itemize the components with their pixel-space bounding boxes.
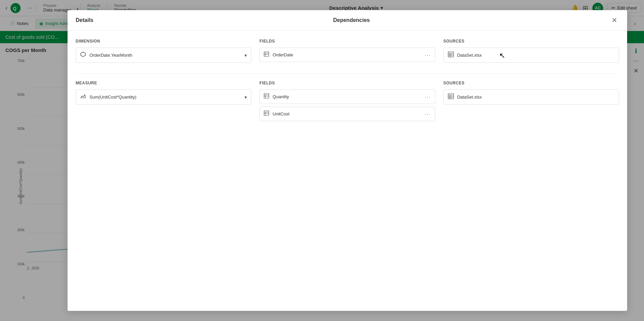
source-dataset-2-icon — [448, 93, 454, 101]
dimension-title: Dimension — [76, 39, 251, 44]
svg-rect-25 — [264, 111, 269, 115]
measure-row: Measure Sum(UnitCost*Quantity) ▾ — [76, 81, 619, 124]
field-unitcost-more-icon[interactable]: ··· — [425, 111, 431, 117]
svg-rect-21 — [264, 93, 269, 98]
source-dataset-2-label: DataSet.xlsx — [457, 95, 482, 100]
field-quantity-icon — [264, 93, 269, 100]
svg-rect-10 — [264, 52, 269, 56]
dimension-chevron-icon[interactable]: ▾ — [244, 53, 247, 58]
source-dataset-2-left: DataSet.xlsx — [448, 93, 482, 101]
dialog-title-dependencies: Dependencies — [93, 17, 610, 23]
dimension-item-label: OrderDate.YearMonth — [89, 53, 132, 58]
field-unitcost-icon — [264, 110, 269, 117]
fields-title-1: Fields — [259, 39, 435, 44]
source-dataset-2-card: DataSet.xlsx — [443, 89, 619, 105]
field-orderdate-card: OrderDate ··· — [259, 48, 435, 62]
measure-item-icon — [80, 93, 86, 101]
dialog-body: Dimension OrderDate.YearMonth ▾ Fie — [68, 31, 627, 311]
field-unitcost-left: UnitCost — [264, 110, 289, 117]
field-orderdate-icon — [264, 51, 269, 58]
sources-title-1: Sources — [443, 39, 619, 44]
sources-section-2: Sources Da — [443, 81, 619, 124]
field-orderdate-more-icon[interactable]: ··· — [425, 52, 431, 58]
measure-chevron-icon[interactable]: ▾ — [244, 95, 247, 100]
field-unitcost-label: UnitCost — [273, 111, 289, 116]
field-quantity-card: Quantity ··· — [259, 89, 435, 104]
dimension-row: Dimension OrderDate.YearMonth ▾ Fie — [76, 39, 619, 65]
source-dataset-1-left: DataSet.xlsx — [448, 51, 482, 59]
measure-section: Measure Sum(UnitCost*Quantity) ▾ — [76, 81, 251, 124]
source-dataset-1-card: DataSet.xlsx — [443, 48, 619, 63]
fields-section-2: Fields Quantity ··· — [259, 81, 435, 124]
field-orderdate-left: OrderDate — [264, 51, 293, 58]
sources-section-1: Sources Da — [443, 39, 619, 65]
sources-title-2: Sources — [443, 81, 619, 85]
field-quantity-more-icon[interactable]: ··· — [425, 94, 431, 100]
fields-title-2: Fields — [259, 81, 435, 85]
fields-section-1: Fields OrderDate ··· — [259, 39, 435, 65]
measure-item-card: Sum(UnitCost*Quantity) ▾ — [76, 89, 251, 105]
source-dataset-1-label: DataSet.xlsx — [457, 53, 482, 58]
measure-title: Measure — [76, 81, 251, 85]
dimension-item-icon — [80, 51, 86, 59]
dialog-header: Details Dependencies ✕ — [68, 10, 627, 31]
dimension-item-left: OrderDate.YearMonth — [80, 51, 132, 59]
row-separator — [76, 74, 619, 74]
dialog: Details Dependencies ✕ Dimension OrderDa… — [68, 10, 627, 311]
dimension-section: Dimension OrderDate.YearMonth ▾ — [76, 39, 251, 65]
dimension-item-card: OrderDate.YearMonth ▾ — [76, 48, 251, 63]
measure-item-label: Sum(UnitCost*Quantity) — [89, 95, 136, 100]
source-dataset-1-icon — [448, 51, 454, 59]
field-quantity-left: Quantity — [264, 93, 289, 100]
dialog-close-button[interactable]: ✕ — [610, 16, 619, 25]
field-unitcost-card: UnitCost ··· — [259, 107, 435, 121]
dialog-title-details: Details — [76, 17, 93, 23]
field-orderdate-label: OrderDate — [273, 52, 293, 57]
field-quantity-label: Quantity — [273, 94, 289, 99]
measure-item-left: Sum(UnitCost*Quantity) — [80, 93, 136, 101]
